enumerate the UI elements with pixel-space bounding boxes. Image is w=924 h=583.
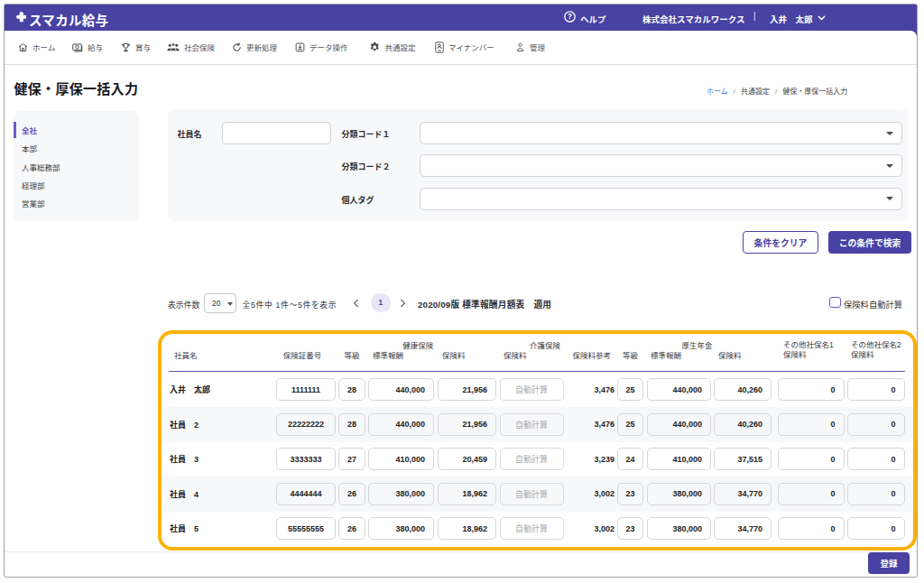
svg-text:?: ?	[568, 14, 572, 22]
